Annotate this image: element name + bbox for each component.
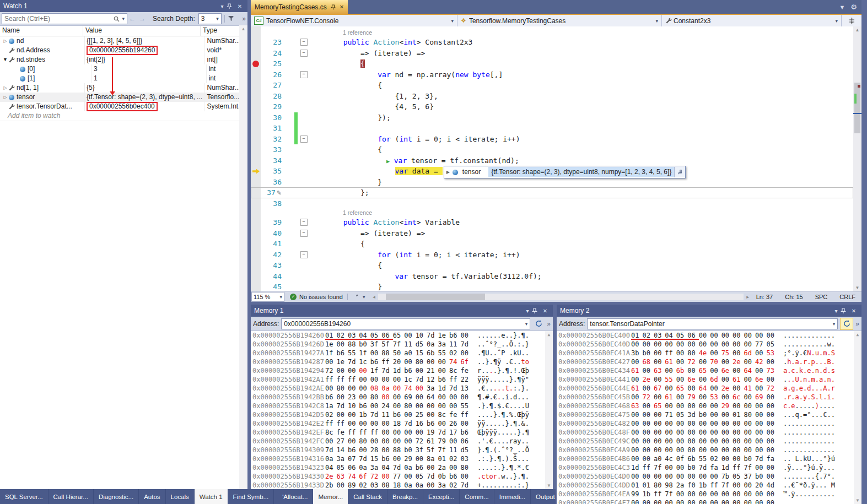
watch-row[interactable]: ▷nd{[[1, 2, 3], [4, 5, 6]]}NumShar...	[0, 36, 247, 46]
document-tab[interactable]: MemoryTestingCases.cs ✕	[251, 0, 348, 14]
code-line[interactable]: 35 var data = ▶tensor{tf.Tensor: shape=(…	[251, 166, 853, 177]
memory-row[interactable]: 0x000002556B19427A1fb6551f008850a0156b55…	[251, 349, 553, 357]
code-line[interactable]: 27 {	[251, 80, 853, 91]
expander-icon[interactable]: ▷	[2, 93, 8, 102]
gear-icon[interactable]: ⚙	[850, 3, 857, 11]
code-line[interactable]: 40− => (iterate) =>	[251, 228, 853, 239]
formatting-brush-icon[interactable]: ▾	[352, 294, 365, 300]
tool-window-tab[interactable]: Call Stack	[348, 489, 387, 504]
scroll-down-icon[interactable]: ▼	[854, 498, 861, 503]
watch-search-input[interactable]: Search (Ctrl+E) ▾	[2, 13, 127, 24]
watch-value[interactable]: {[[1, 2, 3], [4, 5, 6]]}	[87, 36, 142, 46]
execution-glyph-margin[interactable]	[251, 166, 261, 177]
forward-arrow-icon[interactable]: →	[137, 15, 147, 23]
memory-row[interactable]: 0x000002556B1943097d14b600280088b03f5f7f…	[251, 446, 553, 454]
tab-list-chevron-icon[interactable]: ▼	[839, 4, 845, 10]
glyph-margin[interactable]	[251, 177, 261, 188]
memory-row[interactable]: 0x000002556B1943230405060a3a047d0ab6002a…	[251, 463, 553, 472]
memory-row[interactable]: 0x000002556B0EC45B0072006100790053006c00…	[557, 393, 861, 402]
watch-row[interactable]: ▷tensor{tf.Tensor: shape=(2, 3), dtype=u…	[0, 93, 247, 102]
expander-icon[interactable]: ▷	[2, 36, 8, 46]
watch-row[interactable]: ▼nd.strides{int[2]}int[]	[0, 55, 247, 64]
watch-value[interactable]: 1	[94, 74, 98, 83]
outlining-margin[interactable]: −	[299, 69, 309, 80]
tab-pin-icon[interactable]	[331, 4, 336, 10]
memory-row[interactable]: 0x000002556B1942A1ffffff000000001c7d12b6…	[251, 375, 553, 384]
editor-horizontal-scrollbar[interactable]	[378, 294, 743, 300]
tool-window-tab[interactable]: Immedi...	[494, 489, 531, 504]
tool-window-tab[interactable]: Locals	[166, 489, 195, 504]
outlining-margin[interactable]: −	[299, 217, 309, 228]
scroll-up-icon[interactable]: ▲	[854, 332, 861, 337]
glyph-margin[interactable]	[251, 69, 261, 80]
code-text[interactable]: public Action<int> Constant2x3	[309, 37, 472, 48]
refresh-icon[interactable]	[532, 318, 545, 329]
code-line[interactable]: 25 {	[251, 58, 853, 69]
add-watch-item-row[interactable]: Add item to watch	[0, 111, 247, 121]
code-line[interactable]: 33 {	[251, 144, 853, 155]
memory-row[interactable]: 0x000002556B0EC441002e0055006e006d006100…	[557, 375, 861, 384]
tab-close-icon[interactable]: ✕	[340, 4, 344, 10]
memory-row[interactable]: 0x000002556B0EC4B60000a04c0f6b55020000b0…	[557, 454, 861, 463]
memory-row[interactable]: 0x000002556B0EC4F70000000000000000000000…	[557, 498, 861, 504]
memory2-body[interactable]: 0x000002556B0EC4000102030405060000000000…	[557, 331, 861, 504]
watch-row[interactable]: [0]3int	[0, 64, 247, 74]
glyph-margin[interactable]	[251, 91, 261, 102]
zoom-select[interactable]: 115 % ▾	[251, 292, 284, 302]
watch-row[interactable]: ▷nd[1, 1]{5}NumShar...	[0, 83, 247, 93]
glyph-margin[interactable]	[251, 37, 261, 48]
memory-row[interactable]: 0x000002556B1942600102030405066500107d1e…	[251, 331, 553, 340]
memory-row[interactable]: 0x000002556B1942FC0027008000000000726179…	[251, 437, 553, 446]
memory-row[interactable]: 0x000002556B1942E2ffff00000000187d16b600…	[251, 419, 553, 428]
code-line[interactable]: 42− for (int i = 0; i < iterate; i++)	[251, 250, 853, 261]
expander-icon[interactable]: ▼	[2, 55, 8, 64]
search-icon[interactable]	[114, 16, 120, 22]
memory1-scrollbar[interactable]: ▲ ▼	[545, 331, 553, 489]
memory-row[interactable]: 0x000002556B0EC4A90000000000000000000000…	[557, 446, 861, 454]
glyph-margin[interactable]	[251, 271, 261, 282]
watch-value[interactable]: 0x000002556b194260	[87, 46, 158, 55]
memory-row[interactable]: 0x000002556B19433D2b0089020308180a0a003a…	[251, 481, 553, 489]
glyph-margin[interactable]	[251, 281, 261, 291]
scroll-up-icon[interactable]: ▲	[545, 332, 553, 337]
type-dropdown[interactable]: ❖ Tensorflow.MemoryTestingCases ▾	[457, 15, 662, 26]
datatip-expander-icon[interactable]: ▶	[444, 167, 452, 178]
code-text[interactable]: {	[309, 239, 365, 250]
column-header-type[interactable]: Type	[201, 26, 243, 36]
scroll-down-icon[interactable]: ▼	[853, 285, 861, 290]
tool-window-tab[interactable]: Autos	[139, 489, 165, 504]
watch-value[interactable]: {5}	[87, 83, 95, 93]
code-text[interactable]: ▶ var tensor = tf.constant(nd);	[309, 155, 519, 166]
tool-window-tab[interactable]: SQL Server...	[0, 489, 49, 504]
tool-window-tab[interactable]: Find Symb...	[228, 489, 274, 504]
code-text[interactable]: => (iterate) =>	[309, 228, 425, 239]
split-window-icon[interactable]	[842, 15, 861, 26]
tool-window-tab[interactable]: Excepti...	[423, 489, 460, 504]
datatip-value[interactable]: {tf.Tensor: shape=(2, 3), dtype=uint8, n…	[488, 167, 674, 177]
collapse-region-icon[interactable]: −	[300, 251, 308, 258]
filter-icon[interactable]	[228, 15, 235, 22]
tool-window-tab[interactable]: Breakp...	[387, 489, 423, 504]
memory-row[interactable]: 0x000002556B0EC48F0000000000000000000000…	[557, 428, 861, 437]
code-line[interactable]: 26− var nd = np.array(new byte[,]	[251, 69, 853, 80]
memory-row[interactable]: 0x000002556B0EC4DD010180982af01bff7f0000…	[557, 481, 861, 490]
window-position-icon[interactable]: ▾	[218, 3, 227, 9]
glyph-margin[interactable]	[251, 217, 261, 228]
hscroll-right-icon[interactable]: ►	[746, 295, 750, 300]
column-header-name[interactable]: Name	[0, 26, 83, 36]
memory2-titlebar[interactable]: Memory 2 ▾ ✕	[557, 305, 861, 317]
memory-row[interactable]: 0x000002556B1942AE00800000080a0074003a1d…	[251, 384, 553, 393]
watch-row[interactable]: tensor.TensorDat...0x000002556b0ec400Sys…	[0, 102, 247, 111]
code-text[interactable]: {	[309, 58, 365, 69]
expander-icon[interactable]: ▷	[2, 83, 8, 93]
tool-window-tab[interactable]: Watch 1	[195, 489, 228, 504]
code-text[interactable]: {1, 2, 3},	[309, 91, 438, 102]
outlining-margin[interactable]: −	[299, 48, 309, 59]
outlining-margin[interactable]: −	[299, 134, 309, 145]
glyph-margin[interactable]	[251, 260, 261, 271]
memory-row[interactable]: 0x000002556B1943302e63746f72007700057d0b…	[251, 472, 553, 481]
outlining-margin[interactable]: −	[299, 228, 309, 239]
window-position-icon[interactable]: ▾	[832, 308, 841, 314]
code-text[interactable]: }	[309, 281, 382, 291]
toolbar-overflow-icon[interactable]: »	[855, 320, 859, 328]
